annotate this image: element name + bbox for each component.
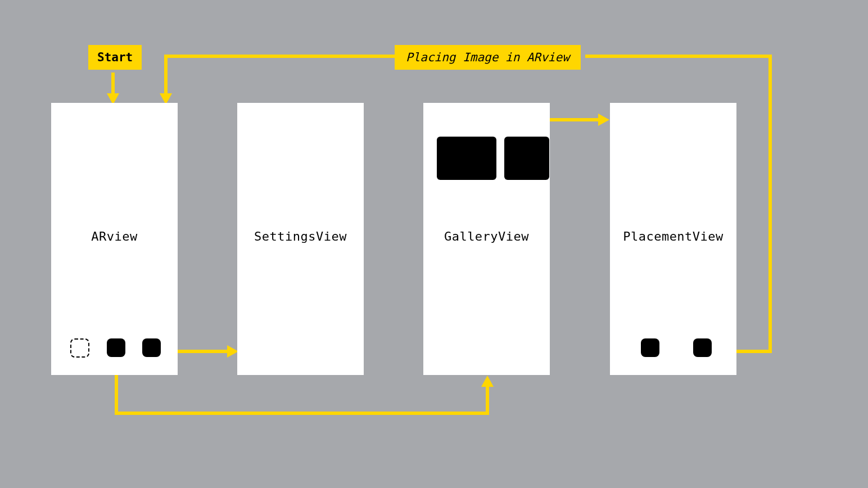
placement-confirm-button[interactable] bbox=[693, 338, 712, 357]
diagram-canvas: Start Placing Image in ARview ARview Set… bbox=[0, 0, 868, 488]
svg-marker-2 bbox=[481, 376, 494, 387]
placement-cancel-button[interactable] bbox=[641, 338, 659, 357]
panel-galleryview-title: GalleryView bbox=[423, 229, 550, 243]
start-node: Start bbox=[88, 45, 142, 70]
arview-open-settings-button[interactable] bbox=[142, 338, 161, 357]
panel-arview-title: ARview bbox=[51, 229, 178, 243]
arview-open-gallery-button[interactable] bbox=[107, 338, 125, 357]
svg-marker-3 bbox=[598, 114, 609, 126]
banner-placing-image: Placing Image in ARview bbox=[395, 45, 581, 70]
banner-text: Placing Image in ARview bbox=[406, 51, 569, 64]
panel-settingsview-title: SettingsView bbox=[237, 229, 364, 243]
arview-slot-empty bbox=[70, 338, 89, 358]
panel-arview: ARview bbox=[51, 103, 178, 375]
panel-placementview-title: PlacementView bbox=[610, 229, 736, 243]
panel-settingsview: SettingsView bbox=[237, 103, 364, 375]
gallery-thumbnail-1[interactable] bbox=[437, 137, 496, 180]
svg-marker-1 bbox=[227, 345, 238, 358]
start-label: Start bbox=[97, 51, 133, 64]
panel-galleryview: GalleryView bbox=[423, 103, 550, 375]
gallery-thumbnail-2[interactable] bbox=[504, 137, 549, 180]
panel-placementview: PlacementView bbox=[610, 103, 736, 375]
